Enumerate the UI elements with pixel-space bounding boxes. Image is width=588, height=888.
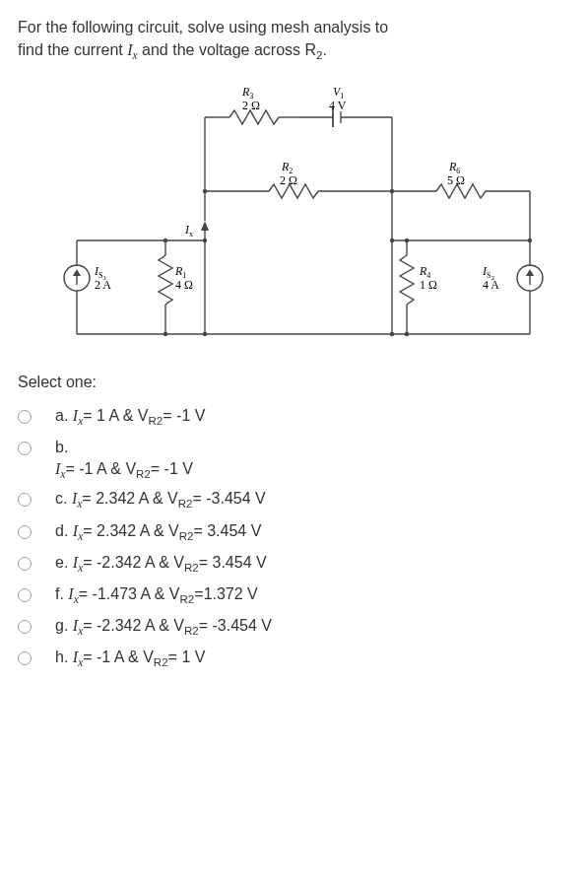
option-h-text: h. Ix= -1 A & VR2= 1 V [55, 649, 570, 668]
svg-point-54 [405, 239, 409, 242]
question-line2-end: . [322, 41, 326, 58]
circuit-diagram: R3 2 Ω V1 4 V Ix R2 2 Ω R6 5 Ω IS1 2 A R… [18, 78, 570, 354]
option-f-text: f. Ix= -1.473 A & VR2=1.372 V [55, 585, 570, 605]
select-one-label: Select one: [18, 374, 570, 391]
svg-text:4 V: 4 V [329, 99, 347, 112]
svg-point-50 [390, 189, 394, 193]
svg-point-58 [390, 332, 394, 336]
svg-point-55 [528, 239, 532, 242]
option-a[interactable]: a. Ix= 1 A & VR2= -1 V [18, 401, 570, 433]
svg-point-53 [390, 239, 394, 242]
option-b-continuation: Ix= -1 A & VR2= -1 V [55, 460, 570, 480]
radio-icon[interactable] [18, 442, 32, 455]
svg-text:2 Ω: 2 Ω [280, 173, 297, 187]
option-b[interactable]: b. [18, 433, 570, 462]
question-line2-pre: find the current [18, 41, 127, 58]
radio-icon[interactable] [18, 588, 32, 602]
option-g[interactable]: g. Ix= -2.342 A & VR2= -3.454 V [18, 611, 570, 643]
option-e[interactable]: e. Ix= -2.342 A & VR2= 3.454 V [18, 548, 570, 580]
option-b-text: b. [55, 439, 570, 456]
radio-icon[interactable] [18, 557, 32, 571]
svg-point-59 [405, 332, 409, 336]
question-line2-mid: and the voltage across R [138, 41, 316, 58]
svg-text:4 A: 4 A [483, 278, 499, 292]
radio-icon[interactable] [18, 525, 32, 539]
option-d-text: d. Ix= 2.342 A & VR2= 3.454 V [55, 522, 570, 542]
svg-point-49 [203, 189, 207, 193]
option-e-text: e. Ix= -2.342 A & VR2= 3.454 V [55, 554, 570, 574]
svg-text:1 Ω: 1 Ω [420, 278, 437, 292]
svg-text:Ix: Ix [184, 223, 193, 239]
question-text: For the following circuit, solve using m… [18, 16, 570, 64]
svg-text:4 Ω: 4 Ω [175, 278, 193, 292]
svg-point-56 [163, 332, 167, 336]
svg-point-52 [163, 239, 167, 242]
svg-marker-11 [201, 221, 209, 231]
radio-icon[interactable] [18, 620, 32, 634]
radio-icon[interactable] [18, 410, 32, 424]
options-list: a. Ix= 1 A & VR2= -1 V b. Ix= -1 A & VR2… [18, 401, 570, 675]
option-c[interactable]: c. Ix= 2.342 A & VR2= -3.454 V [18, 484, 570, 515]
svg-text:2 Ω: 2 Ω [242, 99, 260, 112]
option-g-text: g. Ix= -2.342 A & VR2= -3.454 V [55, 617, 570, 637]
option-d[interactable]: d. Ix= 2.342 A & VR2= 3.454 V [18, 516, 570, 548]
svg-text:2 A: 2 A [95, 278, 111, 292]
radio-icon[interactable] [18, 651, 32, 665]
option-a-text: a. Ix= 1 A & VR2= -1 V [55, 407, 570, 427]
svg-point-57 [203, 332, 207, 336]
option-h[interactable]: h. Ix= -1 A & VR2= 1 V [18, 643, 570, 674]
question-line1: For the following circuit, solve using m… [18, 19, 388, 35]
option-c-text: c. Ix= 2.342 A & VR2= -3.454 V [55, 490, 570, 510]
svg-text:5 Ω: 5 Ω [447, 173, 465, 187]
option-f[interactable]: f. Ix= -1.473 A & VR2=1.372 V [18, 580, 570, 611]
radio-icon[interactable] [18, 493, 32, 507]
svg-point-51 [203, 239, 207, 242]
